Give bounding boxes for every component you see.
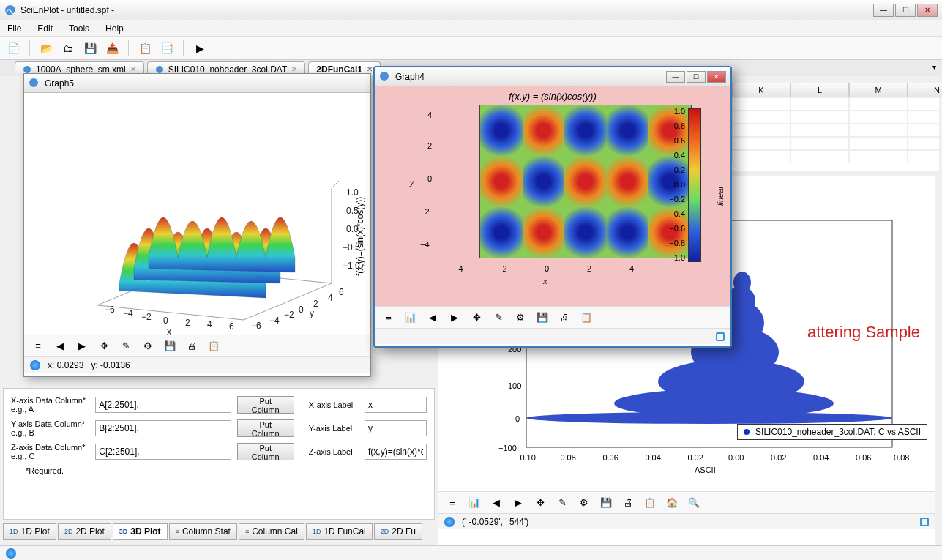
y-label-input[interactable] <box>365 420 427 436</box>
sheet-column-headers: K L M N <box>732 83 939 97</box>
z-data-input[interactable] <box>95 444 231 460</box>
svg-text:0: 0 <box>163 316 168 326</box>
pan-icon[interactable]: ✥ <box>96 338 112 354</box>
pan-icon[interactable]: ✥ <box>468 310 485 326</box>
chart-icon[interactable]: 📊 <box>466 495 482 511</box>
svg-text:−2: −2 <box>284 310 294 320</box>
col-N[interactable]: N <box>908 83 942 97</box>
x-data-input[interactable] <box>95 397 231 413</box>
legend-dot-icon <box>744 429 750 435</box>
put-column-x-button[interactable]: Put Column <box>237 396 294 414</box>
maximize-button[interactable]: ☐ <box>895 4 916 17</box>
minimize-button[interactable]: — <box>873 4 894 17</box>
svg-text:1.0: 1.0 <box>346 187 359 198</box>
print-icon[interactable]: 🖨 <box>620 495 636 511</box>
svg-text:2: 2 <box>185 318 190 328</box>
clipboard-icon[interactable]: 📑 <box>158 40 176 57</box>
run-icon[interactable]: ▶ <box>191 40 209 57</box>
x-data-label: X-axis Data Column* e.g., A <box>11 396 89 414</box>
put-column-y-button[interactable]: Put Column <box>237 419 294 437</box>
svg-text:2: 2 <box>313 299 318 309</box>
col-L[interactable]: L <box>790 83 849 97</box>
svg-point-10 <box>733 272 751 294</box>
tabs-dropdown-icon[interactable]: ▾ <box>932 63 936 71</box>
close-icon[interactable]: ✕ <box>130 65 136 73</box>
menu-icon[interactable]: ≡ <box>381 310 397 326</box>
copy-icon[interactable]: 📋 <box>206 338 222 354</box>
print-icon[interactable]: 🖨 <box>184 338 200 354</box>
config-icon[interactable]: ⚙ <box>140 338 156 354</box>
forward-icon[interactable]: ▶ <box>446 310 463 326</box>
maximize-button[interactable]: ☐ <box>687 71 706 83</box>
menu-tools[interactable]: Tools <box>66 22 92 35</box>
edit-icon[interactable]: ✎ <box>490 310 506 326</box>
copy-icon[interactable]: 📋 <box>642 495 658 511</box>
graph5-toolbar: ≡ ◀ ▶ ✥ ✎ ⚙ 💾 🖨 📋 <box>24 335 370 356</box>
edit-icon[interactable]: ✎ <box>554 495 570 511</box>
svg-text:−6: −6 <box>251 321 261 331</box>
tab-1d-plot[interactable]: 1D1D Plot <box>3 523 56 540</box>
zoom-icon[interactable]: 🔍 <box>686 495 702 511</box>
graph4-plot: f(x,y) = (sin(x)cos(y)) 4 2 0 −2 −4 y −4… <box>375 86 730 306</box>
save-icon[interactable]: 💾 <box>598 495 614 511</box>
resize-grip-icon[interactable] <box>716 332 725 341</box>
put-column-z-button[interactable]: Put Column <box>237 443 294 460</box>
colorbar <box>688 108 701 262</box>
tab-3d-plot[interactable]: 3D3D Plot <box>113 523 168 540</box>
save-icon[interactable]: 💾 <box>534 310 550 326</box>
export-icon[interactable]: 📤 <box>103 40 121 57</box>
back-icon[interactable]: ◀ <box>52 338 68 354</box>
edit-icon[interactable]: ✎ <box>118 338 134 354</box>
tab-2d-plot[interactable]: 2D2D Plot <box>58 523 111 540</box>
heatmap <box>479 105 692 258</box>
svg-text:x: x <box>167 326 171 335</box>
minimize-button[interactable]: — <box>666 71 685 83</box>
pan-icon[interactable]: ✥ <box>532 495 548 511</box>
save-icon[interactable]: 💾 <box>162 338 178 354</box>
menu-file[interactable]: File <box>4 22 24 35</box>
tab-2d-funcal[interactable]: 2D2D Fu <box>374 523 422 540</box>
z-data-label: Z-axis Data Column* e.g., C <box>11 443 89 460</box>
x-label-input[interactable] <box>365 397 427 413</box>
config-icon[interactable]: ⚙ <box>512 310 528 326</box>
back-icon[interactable]: ◀ <box>425 310 441 326</box>
menu-icon[interactable]: ≡ <box>444 495 460 511</box>
folder-icon[interactable]: 🗂 <box>59 40 77 57</box>
forward-icon[interactable]: ▶ <box>74 338 90 354</box>
menubar: File Edit Tools Help <box>0 20 942 37</box>
sheet-grid[interactable] <box>732 97 939 171</box>
menu-icon[interactable]: ≡ <box>30 338 46 354</box>
menu-edit[interactable]: Edit <box>34 22 56 35</box>
z-label-input[interactable] <box>365 444 427 460</box>
home-icon[interactable]: 🏠 <box>664 495 680 511</box>
window-icon <box>29 78 40 89</box>
close-icon[interactable]: ✕ <box>367 65 373 73</box>
forward-icon[interactable]: ▶ <box>510 495 526 511</box>
graph4-statusbar <box>375 328 730 344</box>
svg-point-11 <box>29 78 38 87</box>
col-M[interactable]: M <box>849 83 908 97</box>
tab-1d-funcal[interactable]: 1D1D FunCal <box>306 523 373 540</box>
resize-grip-icon[interactable] <box>920 518 929 526</box>
new-icon[interactable]: 📄 <box>4 40 22 57</box>
doc-icon[interactable]: 📋 <box>136 40 154 57</box>
y-data-input[interactable] <box>95 420 231 436</box>
y-data-label: Y-axis Data Column* e.g., B <box>11 419 89 437</box>
print-icon[interactable]: 🖨 <box>556 310 572 326</box>
close-button[interactable]: ✕ <box>917 4 938 17</box>
app-icon <box>4 4 16 16</box>
close-button[interactable]: ✕ <box>707 71 726 83</box>
close-icon[interactable]: ✕ <box>291 65 297 73</box>
col-K[interactable]: K <box>732 83 790 97</box>
info-icon <box>444 517 455 527</box>
copy-icon[interactable]: 📋 <box>578 310 594 326</box>
tab-column-cal[interactable]: ≡Column Cal <box>239 523 304 540</box>
open-icon[interactable]: 📂 <box>37 40 55 57</box>
scatter-statusbar: (' -0.0529', ' 544') <box>438 513 935 529</box>
save-icon[interactable]: 💾 <box>81 40 99 57</box>
back-icon[interactable]: ◀ <box>488 495 504 511</box>
chart-icon[interactable]: 📊 <box>403 310 419 326</box>
menu-help[interactable]: Help <box>102 22 127 35</box>
config-icon[interactable]: ⚙ <box>576 495 592 511</box>
tab-column-stat[interactable]: ≡Column Stat <box>169 523 237 540</box>
